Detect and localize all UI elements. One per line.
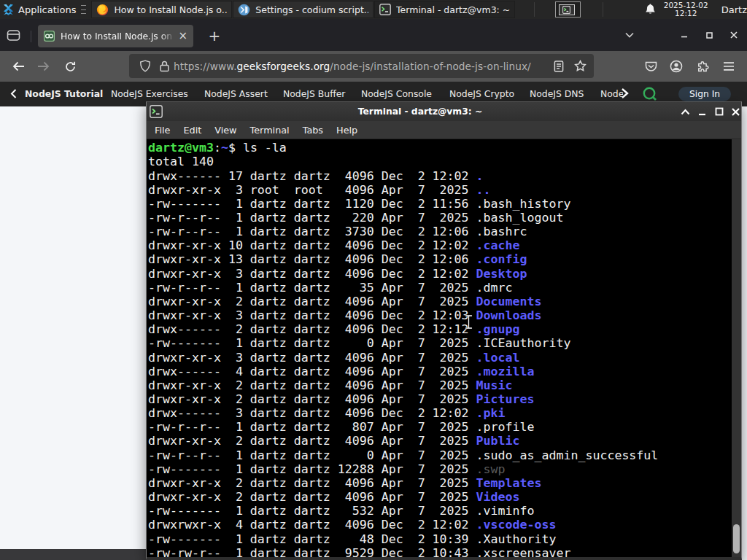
taskbar-label: How to Install Node.js o... — [114, 4, 227, 15]
tab-list-chevron-icon[interactable] — [622, 25, 638, 45]
terminal-close-button[interactable] — [727, 102, 744, 121]
subnav-item-nodejs-tutorial[interactable]: NodeJS Tutorial — [25, 88, 103, 99]
terminal-output: dartz@vm3:~$ ls -latotal 140drwx------ 1… — [148, 141, 658, 557]
taskbar-button-firefox[interactable]: How to Install Node.js o... — [91, 1, 232, 18]
mouse-cursor-ibeam — [464, 314, 473, 330]
url-scheme: https://www. — [174, 61, 237, 72]
tab-close-icon[interactable]: × — [178, 31, 187, 42]
taskbar-button-terminal[interactable]: Terminal - dartz@vm3: ~ — [374, 1, 515, 18]
firefox-icon — [96, 4, 109, 16]
terminal-titlebar[interactable]: Terminal - dartz@vm3: ~ — [147, 102, 741, 121]
url-domain: geeksforgeeks.org — [237, 61, 330, 72]
forward-button[interactable] — [32, 51, 54, 82]
workspace-pager[interactable] — [555, 1, 581, 18]
taskbar-label: Settings - codium script... — [255, 4, 368, 15]
subnav-item-nodejs-console[interactable]: NodeJS Console — [361, 88, 432, 99]
extensions-puzzle-icon[interactable] — [692, 51, 713, 82]
firefox-view-icon[interactable] — [7, 28, 20, 45]
subnav-item-nodejs-dns[interactable]: NodeJS DNS — [530, 88, 584, 99]
menu-edit[interactable]: Edit — [183, 125, 201, 136]
terminal-maximize-button[interactable] — [711, 102, 727, 121]
menu-terminal[interactable]: Terminal — [250, 125, 290, 136]
window-close-button[interactable] — [724, 25, 743, 45]
terminal-title: Terminal - dartz@vm3: ~ — [163, 106, 678, 117]
subnav-item-nodejs-exercises[interactable]: NodeJS Exercises — [111, 88, 188, 99]
subnav-scroll-right-icon[interactable] — [621, 88, 629, 101]
terminal-minimize-button[interactable] — [694, 102, 711, 121]
new-tab-button[interactable]: + — [205, 26, 224, 45]
subnav-item-nodejs-crypto[interactable]: NodeJS Crypto — [449, 88, 514, 99]
account-icon[interactable] — [665, 51, 687, 82]
reader-mode-icon[interactable] — [554, 61, 564, 72]
notification-bell-icon[interactable] — [644, 3, 657, 16]
tab-separator — [31, 31, 31, 42]
terminal-shade-button[interactable] — [677, 102, 694, 121]
vscodium-icon — [238, 4, 250, 16]
pocket-icon[interactable] — [640, 51, 662, 82]
panel-grip-icon — [81, 5, 86, 14]
browser-tab[interactable]: How to Install Node.js on × — [38, 25, 193, 47]
menu-file[interactable]: File — [155, 125, 170, 136]
taskbar-button-vscodium[interactable]: Settings - codium script... — [233, 1, 374, 18]
terminal-scrollbar-thumb[interactable] — [733, 524, 740, 553]
firefox-toolbar: https://www.geeksforgeeks.org/node-js/in… — [0, 51, 747, 82]
xfce-logo-icon — [2, 4, 15, 16]
terminal-window-icon — [150, 105, 163, 121]
menu-help[interactable]: Help — [336, 125, 357, 136]
url-text: https://www.geeksforgeeks.org/node-js/in… — [174, 61, 554, 72]
url-bar[interactable]: https://www.geeksforgeeks.org/node-js/in… — [129, 54, 594, 78]
pager-window-preview — [559, 4, 575, 15]
desktop-bottom-strip — [0, 549, 147, 560]
subnav-item-nodejs-buffer[interactable]: NodeJS Buffer — [283, 88, 345, 99]
subnav-item-node-truncated[interactable]: Node — [600, 88, 623, 99]
panel-clock[interactable]: 2025-12-02 12:12 — [664, 1, 708, 18]
reload-button[interactable] — [59, 51, 81, 82]
terminal-content[interactable]: dartz@vm3:~$ ls -latotal 140drwx------ 1… — [147, 139, 741, 557]
firefox-tab-bar: How to Install Node.js on × + — [0, 19, 747, 51]
menu-view[interactable]: View — [214, 125, 236, 136]
menu-tabs[interactable]: Tabs — [303, 125, 323, 136]
padlock-icon[interactable] — [160, 61, 169, 72]
terminal-window: Terminal - dartz@vm3: ~ File Edit View T… — [146, 101, 742, 560]
tracking-shield-icon[interactable] — [135, 51, 155, 82]
applications-label: Applications — [18, 4, 76, 15]
tab-title: How to Install Node.js on — [61, 31, 177, 42]
menu-hamburger-icon[interactable] — [718, 51, 740, 82]
clock-time: 12:12 — [664, 9, 708, 18]
panel-user-name[interactable]: Dartz — [721, 4, 747, 15]
terminal-taskbar-icon — [379, 4, 391, 15]
panel-separator — [603, 2, 603, 17]
subnav-item-nodejs-assert[interactable]: NodeJS Assert — [204, 88, 268, 99]
terminal-menubar: File Edit View Terminal Tabs Help — [147, 121, 741, 139]
taskbar-label: Terminal - dartz@vm3: ~ — [396, 4, 510, 15]
sign-in-button[interactable]: Sign In — [678, 87, 731, 101]
bookmark-star-icon[interactable] — [574, 60, 587, 72]
desktop: How to Install Node.js on × + — [0, 0, 747, 560]
url-path: /node-js/installation-of-node-js-on-linu… — [330, 61, 530, 72]
window-maximize-button[interactable] — [700, 25, 719, 45]
xfce-panel: Applications How to Install Node.js o... — [0, 0, 747, 19]
terminal-scrollbar[interactable] — [732, 139, 741, 557]
window-minimize-button[interactable] — [675, 25, 694, 45]
subnav-scroll-left-icon[interactable] — [10, 89, 17, 101]
tab-favicon-gfg-icon — [44, 31, 55, 42]
applications-menu-button[interactable]: Applications — [0, 0, 90, 19]
back-button[interactable] — [7, 51, 29, 82]
panel-separator — [534, 2, 535, 17]
